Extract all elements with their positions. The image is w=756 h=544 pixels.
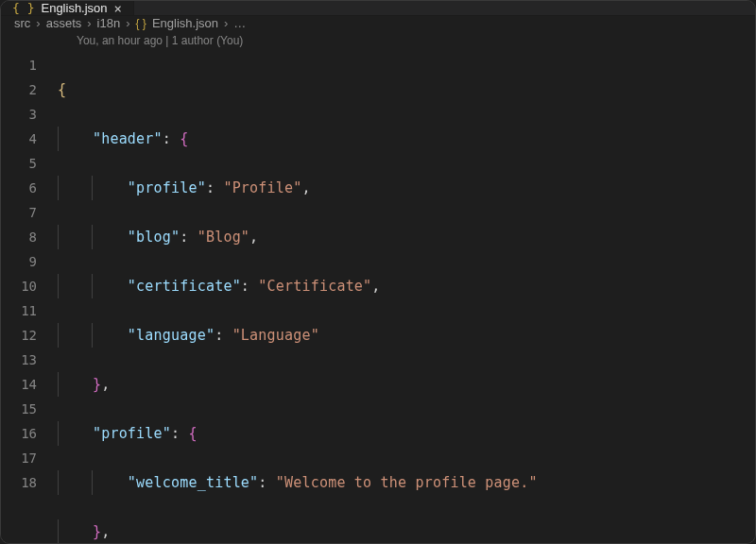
line-number: 8 <box>1 225 58 249</box>
line-number: 18 <box>1 470 58 495</box>
line-number: 10 <box>1 274 58 298</box>
line-number: 15 <box>1 397 58 421</box>
line-number: 2 <box>1 77 58 102</box>
close-icon[interactable]: × <box>114 2 122 15</box>
line-number: 6 <box>1 176 58 200</box>
line-number: 5 <box>1 151 58 176</box>
codelens-authors[interactable]: You, an hour ago | 1 author (You) <box>1 30 755 51</box>
code-area[interactable]: { "header": { "profile": "Profile", "blo… <box>58 53 755 544</box>
breadcrumb-seg-src[interactable]: src <box>14 16 30 30</box>
line-number: 14 <box>1 372 58 397</box>
line-number: 7 <box>1 200 58 225</box>
json-file-icon: { } <box>12 1 34 15</box>
line-number: 13 <box>1 348 58 372</box>
editor-wrapper: You, an hour ago | 1 author (You) 1 2 3 … <box>1 30 755 544</box>
tab-filename: English.json <box>41 1 107 15</box>
line-number: 4 <box>1 127 58 151</box>
tab-strip: { } English.json × <box>1 1 755 16</box>
line-number: 11 <box>1 298 58 323</box>
line-number-gutter: 1 2 3 4 5 6 7 8 9 10 11 12 13 14 15 16 1… <box>1 53 58 544</box>
breadcrumb-seg-i18n[interactable]: i18n <box>97 16 121 30</box>
breadcrumb-more[interactable]: … <box>233 16 247 30</box>
breadcrumb[interactable]: src › assets › i18n › { } English.json ›… <box>1 16 755 30</box>
editor-body: 1 2 3 4 5 6 7 8 9 10 11 12 13 14 15 16 1… <box>1 51 755 544</box>
line-number: 12 <box>1 323 58 348</box>
breadcrumb-seg-file[interactable]: English.json <box>152 16 218 30</box>
chevron-right-icon: › <box>224 16 228 30</box>
editor-window: { } English.json × src › assets › i18n ›… <box>0 0 756 544</box>
tab-english-json[interactable]: { } English.json × <box>1 1 134 15</box>
line-number: 1 <box>1 53 58 77</box>
chevron-right-icon: › <box>87 16 91 30</box>
line-number: 9 <box>1 249 58 274</box>
json-file-icon: { } <box>136 17 146 30</box>
line-number: 3 <box>1 102 58 127</box>
breadcrumb-seg-assets[interactable]: assets <box>46 16 82 30</box>
chevron-right-icon: › <box>126 16 129 30</box>
chevron-right-icon: › <box>36 16 40 30</box>
line-number: 16 <box>1 421 58 446</box>
line-number: 17 <box>1 446 58 470</box>
